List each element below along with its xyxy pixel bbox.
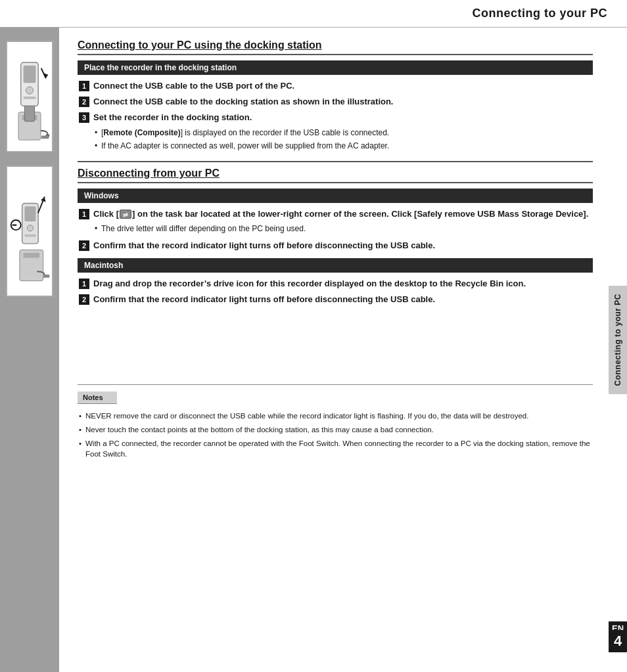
step-number-1: 1 [79,81,89,91]
usb-icon: ⇌ [120,210,131,219]
section-disconnecting: Disconnecting from your PC Windows 1 Cli… [78,161,593,306]
windows-steps: 1 Click [⇌] on the task bar located at t… [78,208,593,252]
note-item: NEVER remove the card or disconnect the … [78,411,593,422]
step-3-content: Set the recorder in the docking station.… [93,112,389,152]
sub-item: [Remote (Composite)] is displayed on the… [93,127,389,139]
step-text-3: Set the recorder in the docking station. [93,112,252,122]
step-item: 1 Connect the USB cable to the USB port … [78,80,593,92]
svg-rect-12 [24,253,40,258]
svg-rect-14 [24,206,35,221]
step-text-2: Connect the USB cable to the docking sta… [93,96,394,108]
mac-step-1: 1 [79,279,89,289]
mac-step-text-2: Confirm that the record indicator light … [93,294,435,305]
chapter-label: Connecting to your PC [613,294,622,386]
section1-title: Connecting to your PC using the docking … [78,39,593,55]
image-docking-station [6,41,53,152]
win-step-1-sub: The drive letter will differ depending o… [93,223,588,235]
page-title: Connecting to your PC [473,7,608,20]
notes-section: Notes NEVER remove the card or disconnec… [78,384,593,460]
section-divider [78,161,593,162]
page-header: Connecting to your PC [0,0,627,28]
step-item: 3 Set the recorder in the docking statio… [78,112,593,152]
step-header-docking: Place the recorder in the docking statio… [78,60,593,75]
mac-steps: 1 Drag and drop the recorder’s drive ico… [78,278,593,305]
image-disconnect [6,166,53,297]
svg-point-15 [27,225,33,231]
notes-header: Notes [78,392,117,404]
step-item: 1 Drag and drop the recorder’s drive ico… [78,278,593,290]
win-step-1-content: Click [⇌] on the task bar located at the… [93,208,588,236]
svg-rect-6 [24,97,36,99]
win-step-text-1: Click [⇌] on the task bar located at the… [93,209,588,219]
step-number-3: 3 [79,112,89,123]
step-item: 1 Click [⇌] on the task bar located at t… [78,208,593,236]
chapter-tab: Connecting to your PC [609,286,627,394]
left-sidebar [0,28,59,672]
main-content: Connecting to your PC using the docking … [59,28,609,672]
mac-step-text-1: Drag and drop the recorder’s drive icon … [93,278,526,290]
note-item: With a PC connected, the recorder cannot… [78,438,593,460]
note-item: Never touch the contact points at the bo… [78,424,593,436]
svg-rect-4 [24,66,36,83]
steps-list-1: 1 Connect the USB cable to the USB port … [78,80,593,153]
step-number-2: 2 [79,97,89,107]
step-item: 2 Confirm that the record indicator ligh… [78,240,593,252]
step-item: 2 Connect the USB cable to the docking s… [78,96,593,108]
svg-rect-10 [41,136,49,139]
docking-station-illustration [7,41,52,152]
win-step-2: 2 [79,240,89,251]
svg-point-5 [26,87,33,94]
mac-header: Macintosh [78,258,593,273]
win-step-1: 1 [79,209,89,219]
section2-title: Disconnecting from your PC [78,168,593,183]
svg-rect-21 [43,275,49,278]
windows-header: Windows [78,189,593,203]
step-item: 2 Confirm that the record indicator ligh… [78,294,593,305]
sub-item: If the AC adapter is connected as well, … [93,140,389,152]
right-sidebar: Connecting to your PC [609,28,627,652]
section-connecting: Connecting to your PC using the docking … [78,39,593,153]
notes-list: NEVER remove the card or disconnect the … [78,411,593,460]
step-3-sub-list: [Remote (Composite)] is displayed on the… [93,127,389,152]
step-text-1: Connect the USB cable to the USB port of… [93,80,294,92]
sub-item: The drive letter will differ depending o… [93,223,588,235]
win-step-text-2: Confirm that the record indicator light … [93,240,435,252]
svg-rect-16 [24,235,35,237]
chapter-number: 4 [609,630,627,652]
disconnect-illustration [7,166,52,297]
mac-step-2: 2 [79,294,89,305]
